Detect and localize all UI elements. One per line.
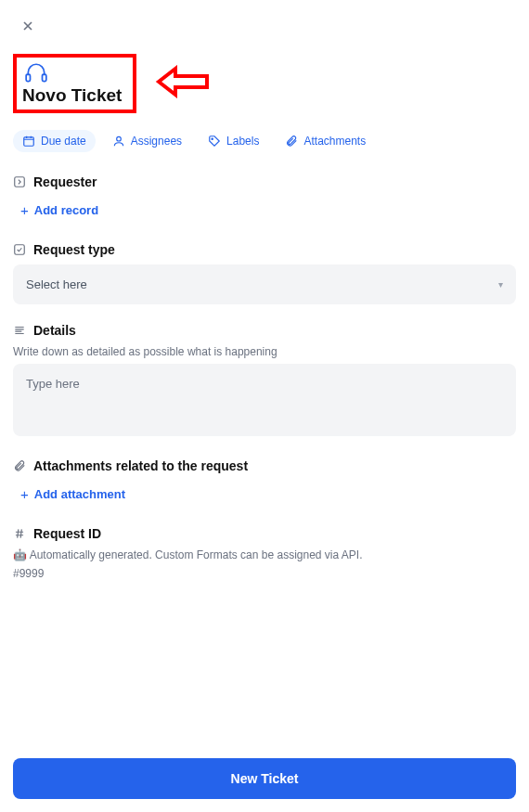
close-icon bbox=[20, 19, 35, 33]
chip-label: Labels bbox=[226, 135, 259, 148]
link-label: Add attachment bbox=[34, 487, 125, 501]
title-text: Novo Ticket bbox=[22, 85, 122, 106]
new-ticket-button[interactable]: New Ticket bbox=[13, 758, 516, 799]
plus-icon: + bbox=[20, 202, 29, 218]
checkbox-icon bbox=[13, 243, 26, 256]
link-label: Add record bbox=[34, 203, 98, 217]
add-record-button[interactable]: + Add record bbox=[13, 197, 516, 224]
select-placeholder: Select here bbox=[26, 277, 87, 291]
plus-icon: + bbox=[20, 486, 29, 502]
section-subtitle: 🤖 Automatically generated. Custom Format… bbox=[13, 548, 516, 561]
svg-rect-6 bbox=[15, 245, 25, 255]
section-request-id: Request ID 🤖 Automatically generated. Cu… bbox=[13, 526, 516, 580]
chip-attachments[interactable]: Attachments bbox=[276, 130, 375, 152]
chip-assignees[interactable]: Assignees bbox=[103, 130, 191, 152]
lines-icon bbox=[13, 324, 26, 337]
section-title: Requester bbox=[33, 174, 97, 189]
paperclip-icon bbox=[285, 135, 298, 148]
chip-row: Due date Assignees Labels Attachments bbox=[13, 130, 516, 152]
chip-due-date[interactable]: Due date bbox=[13, 130, 96, 152]
title-box: Novo Ticket bbox=[13, 54, 136, 113]
arrow-right-square-icon bbox=[13, 175, 26, 188]
paperclip-icon bbox=[13, 459, 26, 472]
chip-label: Attachments bbox=[303, 135, 366, 148]
section-title: Attachments related to the request bbox=[33, 458, 248, 473]
section-title: Request ID bbox=[33, 526, 101, 541]
svg-rect-0 bbox=[26, 74, 30, 82]
svg-point-3 bbox=[116, 136, 121, 141]
tag-icon bbox=[208, 135, 221, 148]
chevron-down-icon: ▾ bbox=[498, 279, 503, 290]
chip-label: Assignees bbox=[131, 135, 182, 148]
details-textarea[interactable] bbox=[13, 364, 516, 436]
svg-point-4 bbox=[212, 138, 213, 139]
annotation-arrow-icon bbox=[155, 65, 211, 102]
title-header: Novo Ticket bbox=[13, 54, 516, 113]
chip-label: Due date bbox=[41, 135, 86, 148]
section-requester: Requester + Add record bbox=[13, 174, 516, 224]
section-request-type: Request type Select here ▾ bbox=[13, 242, 516, 304]
calendar-icon bbox=[22, 135, 35, 148]
section-attachments-related: Attachments related to the request + Add… bbox=[13, 458, 516, 508]
hash-icon bbox=[13, 527, 26, 540]
svg-rect-2 bbox=[24, 137, 34, 146]
request-type-select[interactable]: Select here ▾ bbox=[13, 264, 516, 304]
section-title: Details bbox=[33, 323, 76, 338]
section-title: Request type bbox=[33, 242, 115, 257]
person-icon bbox=[112, 135, 125, 148]
svg-rect-5 bbox=[15, 177, 25, 187]
section-subtitle: Write down as detailed as possible what … bbox=[13, 345, 516, 358]
chip-labels[interactable]: Labels bbox=[199, 130, 268, 152]
request-id-value: #9999 bbox=[13, 567, 516, 580]
add-attachment-button[interactable]: + Add attachment bbox=[13, 481, 516, 508]
svg-rect-1 bbox=[43, 74, 46, 82]
close-button[interactable] bbox=[13, 19, 516, 37]
section-details: Details Write down as detailed as possib… bbox=[13, 323, 516, 440]
